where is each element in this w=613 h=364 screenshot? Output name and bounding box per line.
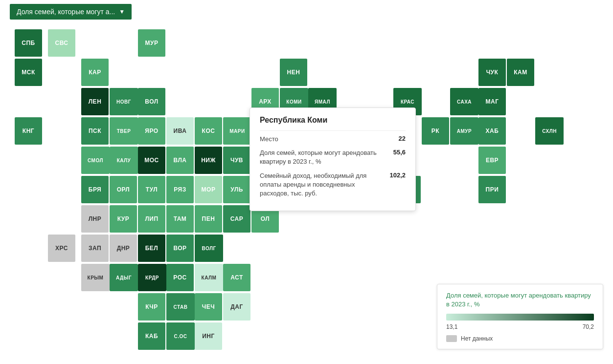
legend-gradient	[446, 314, 594, 321]
dropdown-label: Доля семей, которые могут а...	[17, 8, 115, 16]
cell-ВОЛ[interactable]: ВОЛ	[138, 88, 165, 115]
legend-range: 13,1 70,2	[446, 323, 594, 330]
tooltip-label-place: Место	[260, 135, 394, 144]
cell-АМУР[interactable]: АМУР	[450, 117, 478, 145]
metric-dropdown[interactable]: Доля семей, которые могут а... ▼	[10, 4, 132, 20]
cell-РОС[interactable]: РОС	[166, 264, 194, 291]
cell-СВС[interactable]: СВС	[48, 29, 75, 57]
cell-ВОЛГ[interactable]: ВОЛГ	[195, 235, 223, 262]
cell-БРЯ[interactable]: БРЯ	[81, 176, 109, 203]
cell-ПЕН[interactable]: ПЕН	[195, 205, 222, 233]
cell-ВЛА[interactable]: ВЛА	[166, 147, 194, 174]
cell-НОВГ[interactable]: НОВГ	[110, 88, 138, 115]
tooltip-row-income: Семейный доход, необходимый для оплаты а…	[260, 171, 406, 198]
cell-КУР[interactable]: КУР	[110, 205, 137, 233]
cell-КЧР[interactable]: КЧР	[138, 293, 165, 321]
legend-max: 70,2	[583, 323, 594, 330]
cell-СХЛН[interactable]: СХЛН	[535, 117, 564, 145]
legend-nodata-label: Нет данных	[461, 335, 493, 342]
cell-ИВА[interactable]: ИВА	[166, 117, 194, 145]
tooltip-row-place: Место 22	[260, 135, 406, 144]
cell-ТВЕР[interactable]: ТВЕР	[110, 117, 138, 145]
cell-ПСК[interactable]: ПСК	[81, 117, 109, 145]
cell-ЛНР[interactable]: ЛНР	[81, 205, 109, 233]
chevron-down-icon: ▼	[119, 8, 125, 15]
cell-МОР[interactable]: МОР	[195, 176, 222, 203]
tooltip-value-share: 55,6	[393, 149, 406, 156]
cell-СМОЛ[interactable]: СМОЛ	[81, 147, 110, 174]
cell-ЧУВ[interactable]: ЧУВ	[223, 147, 250, 174]
cell-ЛЕН[interactable]: ЛЕН	[81, 88, 109, 115]
cell-ТУЛ[interactable]: ТУЛ	[138, 176, 165, 203]
cell-ДНР[interactable]: ДНР	[110, 235, 137, 262]
cell-КАЛМ[interactable]: КАЛМ	[195, 264, 223, 291]
cell-ХАБ[interactable]: ХАБ	[478, 117, 506, 145]
cell-МАРИ[interactable]: МАРИ	[223, 117, 251, 145]
tooltip-value-place: 22	[399, 135, 406, 142]
cell-КРЫМ[interactable]: КРЫМ	[81, 264, 110, 291]
cell-МОС[interactable]: МОС	[138, 147, 165, 174]
legend: Доля семей, которые могут арендовать ква…	[437, 284, 603, 349]
legend-title: Доля семей, которые могут арендовать ква…	[446, 291, 594, 309]
cell-РК[interactable]: РК	[422, 117, 449, 145]
cell-ДАГ[interactable]: ДАГ	[223, 293, 250, 321]
tooltip-row-share: Доля семей, которые могут арендовать ква…	[260, 149, 406, 166]
cell-ХРС[interactable]: ХРС	[48, 235, 75, 262]
cell-КОС[interactable]: КОС	[195, 117, 222, 145]
cell-ЛИП[interactable]: ЛИП	[138, 205, 165, 233]
tooltip-label-income: Семейный доход, необходимый для оплаты а…	[260, 171, 385, 198]
cell-ТАМ[interactable]: ТАМ	[166, 205, 194, 233]
cell-КНГ[interactable]: КНГ	[15, 117, 42, 145]
cell-ПРИ[interactable]: ПРИ	[478, 176, 506, 203]
cell-ОРЛ[interactable]: ОРЛ	[110, 176, 137, 203]
legend-nodata-box	[446, 335, 457, 342]
tooltip-value-income: 102,2	[389, 171, 406, 179]
cell-КАЛУ[interactable]: КАЛУ	[110, 147, 138, 174]
cell-РЯЗ[interactable]: РЯЗ	[166, 176, 194, 203]
cell-С.ОС[interactable]: С.ОС	[166, 322, 195, 350]
cell-ЗАП[interactable]: ЗАП	[81, 235, 109, 262]
legend-min: 13,1	[446, 323, 457, 330]
cell-ЧУК[interactable]: ЧУК	[478, 59, 506, 86]
cell-КАБ[interactable]: КАБ	[138, 322, 165, 350]
cell-ЧЕЧ[interactable]: ЧЕЧ	[195, 293, 222, 321]
cell-НИЖ[interactable]: НИЖ	[195, 147, 222, 174]
tooltip: Республика Коми Место 22 Доля семей, кот…	[250, 107, 416, 211]
cell-СТАВ[interactable]: СТАВ	[166, 293, 195, 321]
cell-АДЫГ[interactable]: АДЫГ	[110, 264, 138, 291]
cell-КАР[interactable]: КАР	[81, 59, 109, 86]
cell-ВОР[interactable]: ВОР	[166, 235, 194, 262]
tooltip-label-share: Доля семей, которые могут арендовать ква…	[260, 149, 388, 166]
cell-САХА[interactable]: САХА	[450, 88, 478, 115]
cell-БЕЛ[interactable]: БЕЛ	[138, 235, 165, 262]
cell-АСТ[interactable]: АСТ	[223, 264, 250, 291]
cell-НЕН[interactable]: НЕН	[280, 59, 307, 86]
cell-УЛЬ[interactable]: УЛЬ	[223, 176, 250, 203]
legend-nodata: Нет данных	[446, 335, 594, 342]
tooltip-title: Республика Коми	[260, 116, 406, 125]
cell-СПБ[interactable]: СПБ	[15, 29, 42, 57]
cell-МАГ[interactable]: МАГ	[478, 88, 506, 115]
cell-КРДР[interactable]: КРДР	[138, 264, 166, 291]
cell-ЕВР[interactable]: ЕВР	[478, 147, 506, 174]
cell-ЯРО[interactable]: ЯРО	[138, 117, 165, 145]
cell-КАМ[interactable]: КАМ	[507, 59, 534, 86]
cell-МСК[interactable]: МСК	[15, 59, 42, 86]
cell-ИНГ[interactable]: ИНГ	[195, 322, 222, 350]
cell-САР[interactable]: САР	[223, 205, 250, 233]
cell-МУР[interactable]: МУР	[138, 29, 165, 57]
